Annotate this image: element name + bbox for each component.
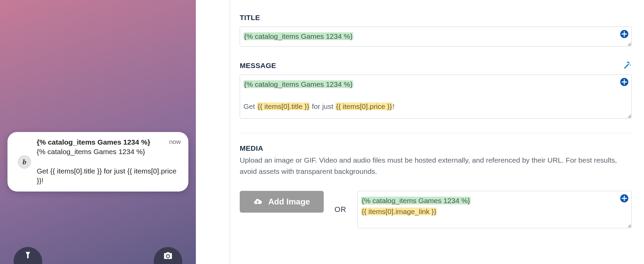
title-label: TITLE — [240, 14, 632, 22]
add-image-button[interactable]: Add Image — [240, 191, 324, 213]
liquid-tag[interactable]: {% catalog_items Games 1234 %} — [243, 80, 353, 88]
or-label: OR — [335, 205, 346, 214]
message-input[interactable]: {% catalog_items Games 1234 %} Get {{ it… — [240, 75, 632, 119]
device-preview: b {% catalog_items Games 1234 %} now {% … — [0, 0, 196, 264]
add-personalization-button[interactable] — [620, 194, 629, 203]
liquid-tag[interactable]: {% catalog_items Games 1234 %} — [243, 32, 353, 40]
add-personalization-button[interactable] — [620, 30, 629, 38]
media-label: MEDIA — [240, 144, 632, 152]
app-avatar: b — [18, 155, 31, 169]
add-image-label: Add Image — [268, 197, 310, 207]
magic-wand-icon[interactable] — [622, 60, 632, 70]
message-text: Get — [243, 102, 257, 110]
notification-body: {% catalog_items Games 1234 %} Get {{ it… — [37, 147, 181, 185]
liquid-var[interactable]: {{ items[0].title }} — [257, 102, 310, 110]
notification-time: now — [169, 138, 181, 146]
media-url-input[interactable]: {% catalog_items Games 1234 %} {{ items[… — [357, 191, 632, 228]
cloud-upload-icon — [253, 197, 262, 206]
add-personalization-button[interactable] — [620, 78, 629, 86]
message-text: ! — [393, 102, 395, 110]
title-input[interactable]: {% catalog_items Games 1234 %} — [240, 27, 632, 47]
message-label: MESSAGE — [240, 62, 276, 70]
liquid-var[interactable]: {{ items[0].price }} — [335, 102, 393, 110]
liquid-tag[interactable]: {% catalog_items Games 1234 %} — [361, 197, 471, 204]
editor-panel: TITLE {% catalog_items Games 1234 %} MES… — [230, 0, 644, 264]
flashlight-icon — [14, 247, 42, 264]
liquid-var[interactable]: {{ items[0].image_link }} — [361, 208, 437, 215]
camera-icon — [154, 247, 182, 264]
section-divider — [240, 133, 632, 133]
notification-card: b {% catalog_items Games 1234 %} now {% … — [7, 132, 188, 192]
media-hint: Upload an image or GIF. Video and audio … — [240, 154, 632, 177]
message-text: for just — [310, 102, 335, 110]
notification-title: {% catalog_items Games 1234 %} — [37, 138, 150, 146]
